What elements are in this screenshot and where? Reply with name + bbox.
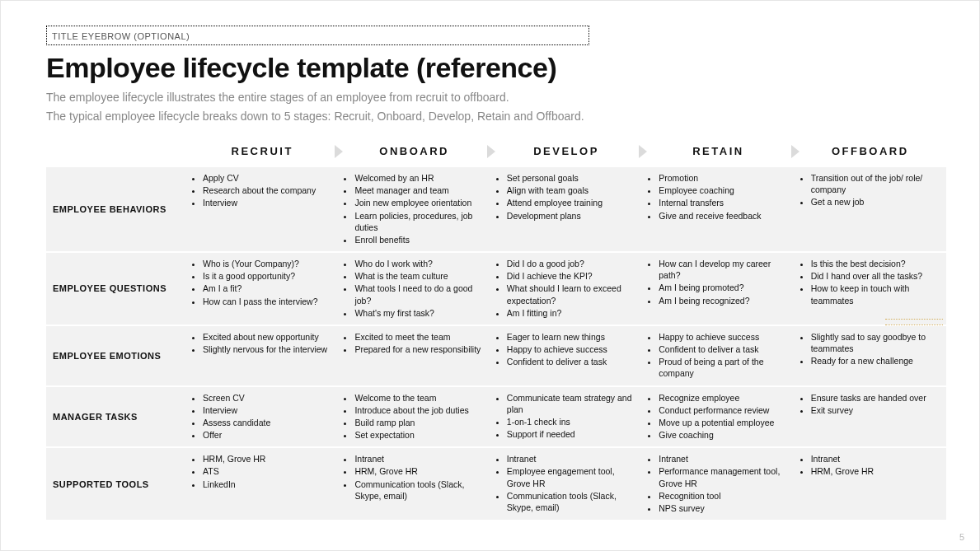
list-item: What should I learn to exceed expectatio… — [507, 283, 637, 306]
list-item: Intranet — [354, 453, 485, 465]
list-item: Communicate team strategy and plan — [507, 392, 637, 415]
list-item: Move up a potential employee — [659, 417, 789, 428]
list-item: Confident to deliver a task — [507, 356, 637, 367]
table-cell: HRM, Grove HRATSLinkedIn — [186, 448, 338, 520]
list-item: Happy to achieve success — [659, 331, 789, 343]
stage-recruit: RECRUIT — [186, 142, 338, 161]
bullet-list: Communicate team strategy and plan1-on-1… — [494, 392, 637, 441]
list-item: Learn policies, procedures, job duties — [354, 210, 485, 233]
row-label: EMPLOYEE BEHAVIORS — [46, 167, 186, 251]
list-item: Conduct performance review — [659, 404, 789, 416]
bullet-list: IntranetEmployee engagement tool, Grove … — [494, 453, 637, 513]
list-item: Build ramp plan — [354, 417, 485, 428]
table-cell: How can I develop my career path?Am I be… — [642, 253, 794, 325]
list-item: Slightly sad to say goodbye to teammates — [811, 331, 941, 354]
list-item: Transition out of the job/ role/ company — [811, 172, 941, 195]
stage-label: RETAIN — [692, 145, 743, 157]
list-item: Who do I work with? — [354, 258, 485, 269]
table-cell: IntranetHRM, Grove HR — [795, 448, 946, 520]
stage-label: DEVELOP — [533, 145, 599, 157]
list-item: How to keep in touch with teammates — [811, 283, 941, 306]
table-cell: Who is (Your Company)?Is it a good oppor… — [186, 253, 338, 325]
list-item: Give and receive feedback — [659, 210, 789, 222]
list-item: What's my first task? — [354, 307, 485, 319]
table-cell: Welcome to the teamIntroduce about the j… — [338, 387, 490, 447]
bullet-list: IntranetHRM, Grove HR — [798, 453, 941, 477]
list-item: Am I fitting in? — [507, 307, 637, 319]
row-label: EMPLOYEE EMOTIONS — [46, 326, 186, 385]
table-cell: Transition out of the job/ role/ company… — [795, 167, 946, 251]
bullet-list: Excited about new opportunitySlightly ne… — [190, 331, 333, 355]
table-cell: IntranetPerformance management tool, Gro… — [642, 448, 794, 520]
list-item: Am I being promoted? — [659, 282, 789, 293]
list-item: Communication tools (Slack, Skype, email… — [354, 479, 485, 502]
list-item: Welcomed by an HR — [354, 172, 485, 184]
stage-label: OFFBOARD — [832, 145, 909, 157]
bullet-list: Welcome to the teamIntroduce about the j… — [341, 392, 485, 441]
list-item: Is this the best decision? — [811, 258, 941, 269]
list-item: Performance management tool, Grove HR — [659, 465, 789, 488]
list-item: How can I pass the interview? — [203, 296, 333, 307]
row-label: SUPPORTED TOOLS — [46, 448, 186, 520]
list-item: Ensure tasks are handed over — [811, 392, 941, 404]
table-cell: Excited about new opportunitySlightly ne… — [186, 326, 338, 385]
bullet-list: Did I do a good job?Did I achieve the KP… — [494, 258, 637, 319]
list-item: Confident to deliver a task — [659, 343, 789, 355]
list-item: Welcome to the team — [354, 392, 485, 404]
bullet-list: Screen CVInterviewAssess candidateOffer — [190, 392, 333, 441]
list-item: Enroll benefits — [354, 234, 485, 245]
list-item: How can I develop my career path? — [659, 258, 789, 281]
list-item: Am I being recognized? — [659, 295, 789, 306]
table-cell: Apply CVResearch about the companyInterv… — [186, 167, 338, 251]
table-cell: Slightly sad to say goodbye to teammates… — [795, 326, 946, 385]
list-item: 1-on-1 check ins — [507, 416, 637, 427]
list-item: Excited about new opportunity — [203, 331, 333, 343]
list-item: ATS — [203, 465, 333, 477]
bullet-list: Ensure tasks are handed overExit survey — [798, 392, 941, 416]
list-item: Am I a fit? — [203, 283, 333, 294]
list-item: Apply CV — [203, 172, 333, 184]
stage-offboard: OFFBOARD — [795, 142, 946, 161]
list-item: HRM, Grove HR — [811, 465, 941, 477]
list-item: Meet manager and team — [354, 184, 485, 196]
lifecycle-table: EMPLOYEE BEHAVIORSApply CVResearch about… — [46, 167, 946, 520]
list-item: Support if needed — [507, 428, 637, 440]
list-item: Development plans — [507, 210, 637, 222]
list-item: Set personal goals — [507, 172, 637, 184]
list-item: Ready for a new challenge — [811, 355, 941, 367]
bullet-list: Set personal goalsAlign with team goalsA… — [494, 172, 637, 222]
table-cell: Did I do a good job?Did I achieve the KP… — [490, 253, 642, 325]
list-item: HRM, Grove HR — [203, 453, 333, 465]
stage-onboard: ONBOARD — [338, 142, 490, 161]
bullet-list: Happy to achieve successConfident to del… — [645, 331, 789, 380]
list-item: Did I do a good job? — [507, 258, 637, 269]
list-item: Proud of being a part of the company — [659, 356, 789, 379]
list-item: Exit survey — [811, 404, 941, 416]
stage-header-spacer — [46, 142, 186, 161]
list-item: Did I hand over all the tasks? — [811, 270, 941, 282]
list-item: Communication tools (Slack, Skype, email… — [507, 490, 637, 513]
table-row: EMPLOYEE QUESTIONSWho is (Your Company)?… — [46, 253, 946, 325]
bullet-list: Transition out of the job/ role/ company… — [798, 172, 941, 208]
slide: TITLE EYEBROW (OPTIONAL) Employee lifecy… — [0, 0, 980, 551]
bullet-list: Excited to meet the teamPrepared for a n… — [341, 331, 485, 355]
bullet-list: Is this the best decision?Did I hand ove… — [798, 258, 941, 306]
eyebrow-container: TITLE EYEBROW (OPTIONAL) — [46, 26, 589, 45]
list-item: Happy to achieve success — [507, 343, 637, 355]
list-item: Intranet — [659, 453, 789, 465]
row-label: MANAGER TASKS — [46, 387, 186, 447]
list-item: Who is (Your Company)? — [203, 258, 333, 269]
list-item: Excited to meet the team — [354, 331, 485, 343]
list-item: What is the team culture — [354, 270, 485, 282]
bullet-list: How can I develop my career path?Am I be… — [645, 258, 789, 306]
table-cell: Is this the best decision?Did I hand ove… — [795, 253, 946, 325]
stage-label: RECRUIT — [232, 145, 293, 157]
list-item: Set expectation — [354, 429, 485, 441]
eyebrow-text: TITLE EYEBROW (OPTIONAL) — [52, 31, 190, 41]
table-cell: Ensure tasks are handed overExit survey — [795, 387, 946, 447]
list-item: Interview — [203, 404, 333, 416]
list-item: Internal transfers — [659, 197, 789, 208]
table-row: EMPLOYEE EMOTIONSExcited about new oppor… — [46, 326, 946, 385]
bullet-list: Apply CVResearch about the companyInterv… — [190, 172, 333, 209]
bullet-list: HRM, Grove HRATSLinkedIn — [190, 453, 333, 490]
